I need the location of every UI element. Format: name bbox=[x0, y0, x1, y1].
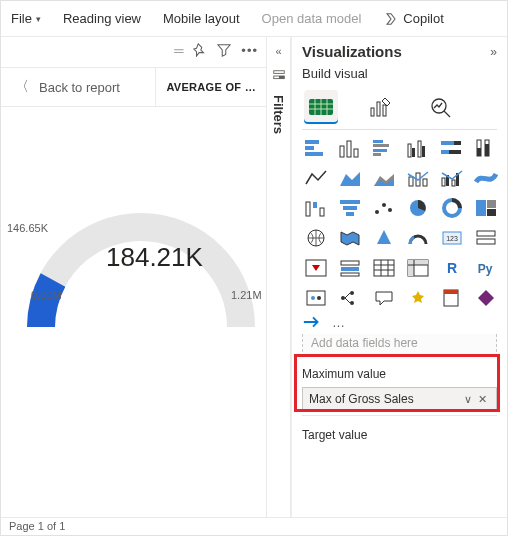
tab-analytics[interactable] bbox=[424, 90, 458, 124]
filter-icon[interactable] bbox=[217, 43, 231, 57]
visualizations-title: Visualizations bbox=[302, 43, 402, 60]
svg-rect-56 bbox=[487, 209, 496, 216]
area-chart-icon[interactable] bbox=[336, 166, 364, 190]
pie-chart-icon[interactable] bbox=[404, 196, 432, 220]
svg-rect-36 bbox=[409, 177, 413, 186]
filter-pane-icon bbox=[272, 69, 286, 83]
map-icon[interactable] bbox=[302, 226, 330, 250]
waterfall-icon[interactable] bbox=[302, 196, 330, 220]
filled-map-icon[interactable] bbox=[336, 226, 364, 250]
gauge-visual[interactable]: 146.65K 184.21K 0.00M 1.21M bbox=[1, 107, 266, 517]
hundred-stacked-bar-icon[interactable] bbox=[438, 136, 466, 160]
svg-rect-27 bbox=[422, 146, 425, 157]
visual-title: AVERAGE OF … bbox=[155, 68, 266, 106]
svg-rect-19 bbox=[354, 149, 358, 157]
maximum-value-field-chip[interactable]: Max of Gross Sales ∨ ✕ bbox=[302, 387, 497, 411]
matrix-icon[interactable] bbox=[404, 256, 432, 280]
multi-row-card-icon[interactable] bbox=[472, 226, 500, 250]
visual-type-gallery: 123 R Py bbox=[292, 136, 507, 310]
svg-rect-18 bbox=[347, 141, 351, 157]
svg-rect-33 bbox=[477, 148, 481, 156]
mobile-layout-button[interactable]: Mobile layout bbox=[163, 11, 240, 26]
r-visual-icon[interactable]: R bbox=[438, 256, 466, 280]
stacked-bar-icon[interactable] bbox=[302, 136, 330, 160]
gallery-more-icon[interactable]: … bbox=[332, 315, 346, 330]
file-menu[interactable]: File ▾ bbox=[11, 11, 41, 26]
chevron-down-icon: ▾ bbox=[36, 14, 41, 24]
scatter-icon[interactable] bbox=[370, 196, 398, 220]
gauge-icon[interactable] bbox=[404, 226, 432, 250]
svg-rect-25 bbox=[412, 148, 415, 157]
svg-rect-78 bbox=[307, 291, 325, 305]
kpi-icon[interactable] bbox=[302, 256, 330, 280]
donut-chart-icon[interactable] bbox=[438, 196, 466, 220]
svg-rect-23 bbox=[373, 153, 381, 156]
collapse-pane-icon[interactable]: » bbox=[490, 45, 497, 59]
drag-handle-icon[interactable]: ═ bbox=[174, 43, 183, 58]
more-options-icon[interactable]: ••• bbox=[241, 43, 258, 58]
key-influencers-icon[interactable] bbox=[302, 286, 330, 310]
svg-rect-61 bbox=[477, 239, 495, 244]
funnel-icon[interactable] bbox=[336, 196, 364, 220]
card-icon[interactable]: 123 bbox=[438, 226, 466, 250]
line-clustered-column-icon[interactable] bbox=[438, 166, 466, 190]
top-menu-bar: File ▾ Reading view Mobile layout Open d… bbox=[1, 1, 507, 37]
treemap-icon[interactable] bbox=[472, 196, 500, 220]
visual-floating-toolbar: ═ ••• bbox=[1, 37, 266, 63]
paginated-report-icon[interactable] bbox=[438, 286, 466, 310]
decomposition-tree-icon[interactable] bbox=[336, 286, 364, 310]
clustered-column-icon[interactable] bbox=[404, 136, 432, 160]
azure-map-icon[interactable] bbox=[370, 226, 398, 250]
copilot-button[interactable]: Copilot bbox=[383, 11, 443, 27]
stacked-column-icon[interactable] bbox=[336, 136, 364, 160]
svg-rect-21 bbox=[373, 144, 389, 147]
svg-line-13 bbox=[444, 111, 450, 117]
svg-rect-54 bbox=[476, 200, 486, 216]
table-icon[interactable] bbox=[370, 256, 398, 280]
slicer-icon[interactable] bbox=[336, 256, 364, 280]
svg-rect-26 bbox=[418, 141, 421, 157]
gauge-value: 184.21K bbox=[106, 242, 203, 273]
ribbon-chart-icon[interactable] bbox=[472, 166, 500, 190]
svg-rect-29 bbox=[454, 141, 461, 145]
python-visual-icon[interactable]: Py bbox=[472, 256, 500, 280]
report-canvas: ═ ••• 〈 Back to report AVERAGE OF … 146.… bbox=[1, 37, 267, 517]
svg-rect-73 bbox=[408, 260, 428, 265]
smart-narrative-icon[interactable] bbox=[404, 286, 432, 310]
line-chart-icon[interactable] bbox=[302, 166, 330, 190]
get-more-visuals-icon[interactable] bbox=[302, 314, 324, 330]
tab-format-visual[interactable] bbox=[364, 90, 398, 124]
copilot-label: Copilot bbox=[403, 11, 443, 26]
hundred-stacked-column-icon[interactable] bbox=[472, 136, 500, 160]
pin-icon[interactable] bbox=[193, 43, 207, 57]
reading-view-button[interactable]: Reading view bbox=[63, 11, 141, 26]
stacked-area-icon[interactable] bbox=[370, 166, 398, 190]
svg-rect-17 bbox=[340, 146, 344, 157]
svg-point-82 bbox=[350, 291, 354, 295]
qna-icon[interactable] bbox=[370, 286, 398, 310]
svg-rect-46 bbox=[340, 200, 360, 204]
line-stacked-column-icon[interactable] bbox=[404, 166, 432, 190]
tab-build-visual[interactable] bbox=[304, 90, 338, 124]
page-indicator: Page 1 of 1 bbox=[9, 520, 65, 532]
svg-rect-45 bbox=[320, 208, 324, 216]
svg-rect-48 bbox=[346, 212, 354, 216]
power-apps-icon[interactable] bbox=[472, 286, 500, 310]
svg-point-80 bbox=[317, 296, 321, 300]
file-label: File bbox=[11, 11, 32, 26]
back-to-report-button[interactable]: 〈 Back to report bbox=[1, 78, 155, 96]
add-data-fields-well[interactable]: Add data fields here bbox=[302, 334, 497, 357]
svg-point-49 bbox=[375, 210, 379, 214]
expand-left-icon[interactable]: « bbox=[275, 45, 281, 57]
copilot-icon bbox=[383, 11, 399, 27]
gauge-min-label: 0.00M bbox=[31, 289, 62, 301]
chevron-down-icon[interactable]: ∨ bbox=[461, 393, 475, 406]
clustered-bar-icon[interactable] bbox=[370, 136, 398, 160]
build-visual-label: Build visual bbox=[292, 64, 507, 87]
remove-field-icon[interactable]: ✕ bbox=[475, 393, 490, 406]
analytics-icon bbox=[429, 96, 453, 118]
svg-rect-38 bbox=[423, 179, 427, 186]
svg-rect-43 bbox=[306, 202, 310, 216]
svg-rect-31 bbox=[449, 150, 461, 154]
svg-point-81 bbox=[341, 296, 345, 300]
